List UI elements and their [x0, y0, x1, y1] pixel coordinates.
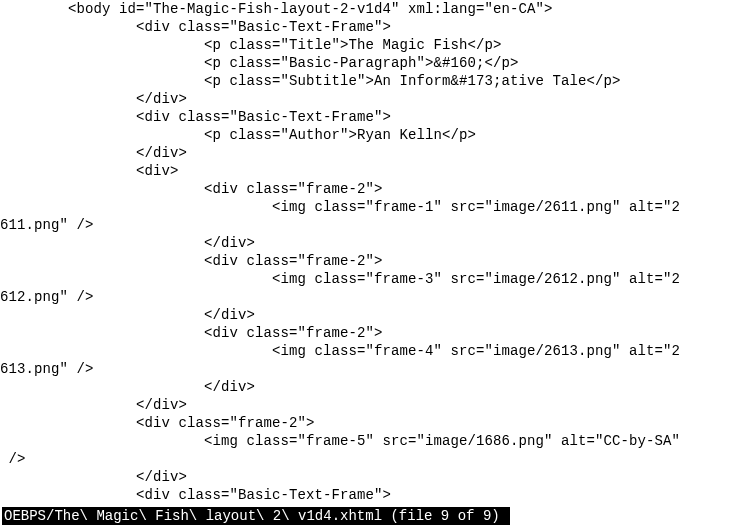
code-line: <img class="frame-3" src="image/2612.png… — [0, 271, 680, 287]
code-line: <p class="Basic-Paragraph">&#160;</p> — [0, 55, 519, 71]
code-line: </div> — [0, 91, 187, 107]
code-line: </div> — [0, 469, 187, 485]
code-line: 613.png" /> — [0, 361, 94, 377]
code-line: </div> — [0, 307, 255, 323]
code-line: <div class="frame-2"> — [0, 253, 383, 269]
code-line: <p class="Title">The Magic Fish</p> — [0, 37, 502, 53]
code-line: <p class="Author">Ryan Kelln</p> — [0, 127, 476, 143]
code-line: <img class="frame-1" src="image/2611.png… — [0, 199, 680, 215]
code-line: 612.png" /> — [0, 289, 94, 305]
code-line: <div> — [0, 163, 179, 179]
code-line: <div class="Basic-Text-Frame"> — [0, 19, 391, 35]
code-line: </div> — [0, 379, 255, 395]
code-line: 611.png" /> — [0, 217, 94, 233]
code-line: <p class="Subtitle">An Inform&#173;ative… — [0, 73, 621, 89]
code-line: <div class="Basic-Text-Frame"> — [0, 109, 391, 125]
status-bar: OEBPS/The\ Magic\ Fish\ layout\ 2\ v1d4.… — [2, 507, 510, 525]
code-line: <body id="The-Magic-Fish-layout-2-v1d4" … — [0, 1, 553, 17]
code-line: <div class="frame-2"> — [0, 325, 383, 341]
code-line: </div> — [0, 235, 255, 251]
code-line: </div> — [0, 145, 187, 161]
code-line: <img class="frame-5" src="image/1686.png… — [0, 433, 680, 449]
code-line: </div> — [0, 397, 187, 413]
code-line: <img class="frame-4" src="image/2613.png… — [0, 343, 680, 359]
code-line: <div class="frame-2"> — [0, 415, 315, 431]
code-line: <div class="Basic-Text-Frame"> — [0, 487, 391, 503]
code-line: <div class="frame-2"> — [0, 181, 383, 197]
code-viewport[interactable]: <body id="The-Magic-Fish-layout-2-v1d4" … — [0, 0, 752, 504]
code-line: /> — [0, 451, 26, 467]
